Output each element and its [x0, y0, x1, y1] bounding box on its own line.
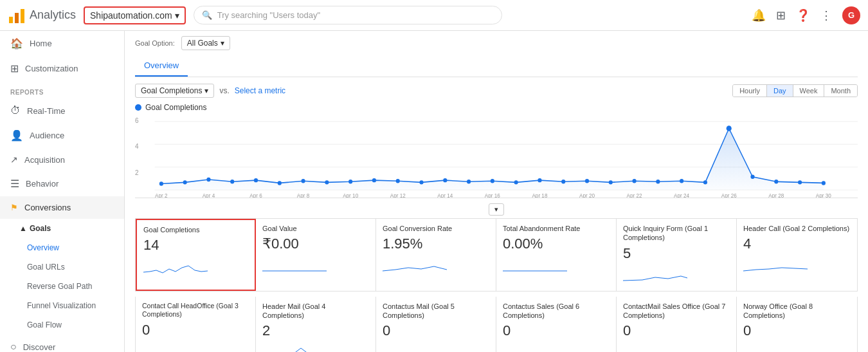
- sidebar-item-funnel-visualization[interactable]: Funnel Visualization: [0, 296, 124, 315]
- y-label-4: 4: [135, 143, 139, 150]
- data-point: [633, 179, 637, 183]
- y-label-2: 2: [135, 169, 139, 176]
- chart-area: 6 4 2: [135, 115, 858, 198]
- sidebar-item-customization[interactable]: ⊞ Customization: [0, 56, 124, 81]
- sidebar-item-discover[interactable]: ○ Discover: [0, 335, 124, 352]
- all-goals-button[interactable]: All Goals ▾: [181, 36, 230, 50]
- data-point: [183, 180, 187, 184]
- content-area: Goal Option: All Goals ▾ Overview Goal C…: [125, 31, 868, 352]
- expand-icon: ▲: [19, 224, 27, 233]
- metric-cell-contact-call: Contact Call HeadOffice (Goal 3 Completi…: [136, 297, 256, 352]
- home-icon: 🏠: [10, 37, 23, 50]
- select-metric-link[interactable]: Select a metric: [235, 86, 285, 95]
- data-point: [609, 180, 613, 184]
- sidebar-item-home[interactable]: 🏠 Home: [0, 31, 124, 56]
- svg-text:Apr 16: Apr 16: [485, 192, 500, 198]
- metric-value-header-mail: 2: [262, 322, 369, 339]
- sidebar-goals-header[interactable]: ▲ Goals: [0, 219, 124, 238]
- metric-cell-contactus-mail: Contactus Mail (Goal 5 Completions) 0: [376, 297, 496, 352]
- chart-controls: Goal Completions ▾ vs. Select a metric H…: [135, 84, 858, 98]
- data-point: [585, 179, 589, 183]
- notification-icon[interactable]: 🔔: [752, 8, 766, 23]
- time-period-selector: Hourly Day Week Month: [732, 84, 858, 97]
- more-icon[interactable]: ⋮: [820, 8, 832, 23]
- data-point: [278, 181, 282, 185]
- sidebar-item-goal-flow[interactable]: Goal Flow: [0, 315, 124, 335]
- sparkline-header-call: [743, 255, 808, 274]
- audience-icon: 👤: [10, 129, 23, 142]
- svg-text:Apr 8: Apr 8: [297, 192, 310, 198]
- svg-rect-0: [9, 17, 13, 23]
- sidebar-item-conversions[interactable]: ⚑ Conversions: [0, 196, 124, 219]
- time-btn-month[interactable]: Month: [824, 85, 857, 97]
- sidebar-item-acquisition[interactable]: ↗ Acquisition: [0, 148, 124, 171]
- overview-label: Overview: [27, 243, 59, 252]
- apps-icon[interactable]: ⊞: [776, 8, 786, 23]
- chart-svg: Apr 2 Apr 4 Apr 6 Apr 8 Apr 10 Apr 12 Ap…: [135, 115, 858, 198]
- sparkline-contact-call: [142, 341, 206, 352]
- chart-dropdown-button[interactable]: ▾: [489, 203, 504, 216]
- goal-urls-label: Goal URLs: [27, 263, 65, 272]
- metric-cell-goal-value: Goal Value ₹0.00: [256, 219, 376, 291]
- metric-value-contactmail-sales: 0: [623, 322, 730, 339]
- metric-value-conversion-rate: 1.95%: [383, 236, 489, 252]
- data-point: [798, 180, 802, 184]
- metric-label-contact-call: Contact Call HeadOffice (Goal 3 Completi…: [142, 302, 249, 319]
- metric-cell-header-mail: Header Mail (Goal 4 Completions) 2: [256, 297, 376, 352]
- metric-label-header-call: Header Call (Goal 2 Completions): [743, 224, 851, 233]
- sparkline-contactus-sales: [503, 342, 567, 352]
- metric-selector-button[interactable]: Goal Completions ▾: [135, 84, 214, 98]
- sidebar-item-reverse-goal-path[interactable]: Reverse Goal Path: [0, 277, 124, 296]
- sparkline-header-mail: [262, 342, 327, 352]
- sidebar-item-behavior[interactable]: ☰ Behavior: [0, 171, 124, 196]
- sparkline-abandonment-rate: [503, 255, 567, 274]
- metric-label-conversion-rate: Goal Conversion Rate: [383, 224, 489, 233]
- goals-label: Goals: [30, 224, 51, 233]
- data-point: [254, 178, 258, 182]
- header: Analytics Shipautomation.com ▾ 🔍 Try sea…: [0, 0, 868, 31]
- data-point: [159, 181, 163, 185]
- metric-value-norway: 0: [743, 322, 851, 339]
- metric-label: Goal Completions: [141, 86, 202, 95]
- sidebar-label-realtime: Real-Time: [27, 106, 65, 116]
- dropdown-icon: ▾: [175, 10, 179, 21]
- data-point: [514, 180, 518, 184]
- search-bar[interactable]: 🔍 Try searching "Users today": [194, 6, 502, 24]
- sidebar: 🏠 Home ⊞ Customization REPORTS ⏱ Real-Ti…: [0, 31, 125, 352]
- conversions-icon: ⚑: [10, 203, 18, 212]
- account-selector[interactable]: Shipautomation.com ▾: [84, 6, 186, 24]
- metric-value-goal-completions: 14: [143, 237, 248, 254]
- metric-cell-quick-inquiry: Quick Inquiry Form (Goal 1 Completions) …: [617, 219, 737, 291]
- data-point: [680, 179, 683, 183]
- sidebar-item-goal-urls[interactable]: Goal URLs: [0, 257, 124, 277]
- metric-value-contactus-sales: 0: [503, 322, 610, 339]
- all-goals-dropdown-icon: ▾: [221, 39, 224, 48]
- funnel-vis-label: Funnel Visualization: [27, 301, 96, 310]
- legend-label: Goal Completions: [145, 103, 206, 112]
- svg-text:Apr 28: Apr 28: [768, 192, 784, 198]
- sidebar-item-audience[interactable]: 👤 Audience: [0, 123, 124, 148]
- metric-cell-goal-completions: Goal Completions 14: [136, 219, 256, 291]
- sidebar-item-realtime[interactable]: ⏱ Real-Time: [0, 98, 124, 123]
- sidebar-label-conversions: Conversions: [24, 203, 71, 212]
- sidebar-item-overview[interactable]: Overview: [0, 238, 124, 257]
- avatar[interactable]: G: [842, 6, 860, 24]
- sparkline-conversion-rate: [383, 255, 447, 274]
- time-btn-day[interactable]: Day: [767, 85, 793, 97]
- svg-rect-2: [21, 9, 24, 23]
- sidebar-label-customization: Customization: [25, 64, 78, 73]
- sparkline-goal-completions: [143, 256, 208, 275]
- time-btn-hourly[interactable]: Hourly: [733, 85, 767, 97]
- tab-overview[interactable]: Overview: [135, 55, 188, 77]
- data-point-peak: [727, 125, 732, 131]
- data-point: [467, 180, 471, 183]
- metric-value-quick-inquiry: 5: [623, 245, 730, 262]
- time-btn-week[interactable]: Week: [793, 85, 825, 97]
- realtime-icon: ⏱: [10, 105, 21, 116]
- logo: Analytics: [8, 6, 76, 24]
- goal-flow-label: Goal Flow: [27, 320, 62, 329]
- vs-text: vs.: [219, 86, 229, 95]
- svg-text:Apr 26: Apr 26: [721, 192, 737, 198]
- data-point: [302, 179, 305, 183]
- help-icon[interactable]: ❓: [796, 8, 810, 23]
